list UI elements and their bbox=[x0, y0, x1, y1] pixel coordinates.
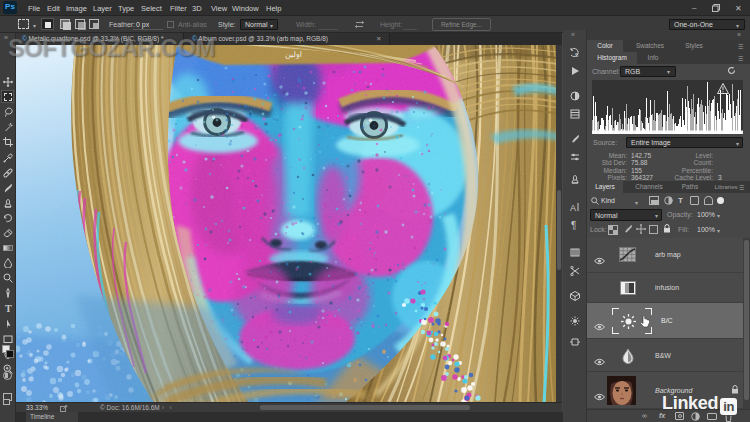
svg-text:T: T bbox=[5, 303, 12, 313]
svg-text:¶: ¶ bbox=[571, 220, 576, 230]
svg-text:A: A bbox=[570, 203, 576, 213]
